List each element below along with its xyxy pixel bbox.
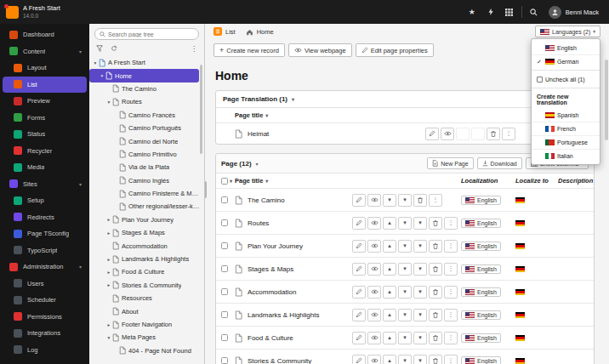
tree-chevron-icon[interactable]: ▾ bbox=[105, 100, 112, 105]
create-translation-portuguese[interactable]: ✓ Portuguese bbox=[532, 135, 600, 149]
app-brand[interactable]: A Fresh Start 14.0.0 bbox=[0, 5, 89, 19]
tree-item-via-de-la-plata[interactable]: Via de la Plata bbox=[89, 161, 204, 173]
collapse-caret-icon[interactable]: ▾ bbox=[292, 96, 294, 102]
delete-button[interactable] bbox=[429, 217, 442, 230]
tree-item-camino-franc-s[interactable]: Camino Francés bbox=[89, 109, 204, 122]
row-checkbox[interactable] bbox=[221, 265, 228, 272]
row-checkbox[interactable] bbox=[221, 311, 228, 318]
module-item-typoscript[interactable]: TypoScript bbox=[3, 242, 87, 259]
module-item-integrations[interactable]: Integrations bbox=[3, 325, 87, 342]
select-caret-icon[interactable]: ▾ bbox=[230, 178, 232, 184]
edit-page-properties-button[interactable]: Edit page properties bbox=[356, 43, 434, 57]
more-options-button[interactable]: ⋮ bbox=[444, 217, 458, 230]
module-item-page-tsconfig[interactable]: Page TSconfig bbox=[3, 225, 87, 242]
hide-button[interactable] bbox=[367, 194, 381, 207]
module-item-recycler[interactable]: Recycler bbox=[3, 143, 87, 160]
user-name[interactable]: Benni Mack bbox=[566, 9, 599, 16]
localize-german-button[interactable] bbox=[515, 266, 525, 272]
module-item-layout[interactable]: Layout bbox=[3, 60, 87, 77]
tree-item-accommodation[interactable]: Accommodation bbox=[89, 239, 204, 252]
module-item-content[interactable]: Content ▾ bbox=[3, 43, 87, 60]
delete-button[interactable] bbox=[429, 240, 442, 253]
tree-search-input[interactable] bbox=[108, 31, 194, 37]
delete-button[interactable] bbox=[429, 309, 442, 321]
module-item-forms[interactable]: Forms bbox=[3, 110, 87, 127]
breadcrumb-module[interactable]: List bbox=[225, 28, 236, 36]
module-item-sites[interactable]: Sites ▾ bbox=[3, 176, 87, 193]
tree-item-camino-finisterre-mux-a[interactable]: Camino Finisterre & Muxía bbox=[89, 187, 204, 200]
tree-item-resources[interactable]: Resources bbox=[89, 292, 204, 304]
new-page-button[interactable]: New Page bbox=[427, 157, 473, 169]
hide-button[interactable] bbox=[367, 263, 381, 276]
delete-button[interactable] bbox=[429, 263, 442, 276]
translation-col-page-title[interactable]: Page title bbox=[235, 111, 263, 119]
module-item-permissions[interactable]: Permissions bbox=[3, 309, 87, 326]
edit-button[interactable] bbox=[352, 332, 366, 344]
tree-chevron-icon[interactable]: ▸ bbox=[105, 282, 112, 287]
hide-button[interactable] bbox=[367, 286, 381, 299]
row-checkbox[interactable] bbox=[221, 219, 228, 226]
move-down-button[interactable]: ▾ bbox=[398, 240, 412, 253]
tree-item-a-fresh-start[interactable]: ▾ A Fresh Start bbox=[89, 56, 204, 69]
row-checkbox[interactable] bbox=[221, 357, 228, 364]
move-down-button[interactable]: ▾ bbox=[398, 286, 412, 299]
move-up-button[interactable]: ▴ bbox=[383, 332, 396, 344]
tree-item-the-camino[interactable]: The Camino bbox=[89, 82, 204, 95]
page-title-cell[interactable]: Landmarks & Highlights bbox=[248, 311, 352, 319]
expand-options-button[interactable]: ▾ bbox=[413, 240, 427, 253]
breadcrumb-page[interactable]: Home bbox=[257, 28, 274, 36]
row-checkbox[interactable] bbox=[221, 334, 228, 341]
tree-more-options-icon[interactable]: ⋮ bbox=[191, 45, 197, 53]
more-options-button[interactable]: ⋮ bbox=[444, 286, 458, 299]
tree-chevron-icon[interactable]: ▾ bbox=[105, 335, 112, 340]
more-options-button[interactable]: ⋮ bbox=[444, 355, 458, 364]
module-item-status[interactable]: Status bbox=[3, 126, 87, 143]
modules-grid-icon[interactable] bbox=[500, 0, 519, 24]
delete-button[interactable] bbox=[429, 332, 442, 344]
page-title-cell[interactable]: Stages & Maps bbox=[248, 265, 352, 273]
pages-panel-title[interactable]: Page (12) bbox=[221, 160, 252, 168]
module-item-log[interactable]: Log bbox=[3, 342, 87, 359]
create-record-button[interactable]: + Create new record bbox=[213, 43, 285, 57]
edit-button[interactable] bbox=[352, 286, 366, 299]
tree-item-stages-maps[interactable]: ▸ Stages & Maps bbox=[89, 226, 204, 239]
language-option-german[interactable]: ✓ German bbox=[532, 54, 600, 68]
refresh-icon[interactable] bbox=[111, 45, 117, 52]
hide-button[interactable] bbox=[367, 355, 381, 364]
hide-button[interactable] bbox=[367, 240, 381, 253]
move-down-button[interactable]: ▾ bbox=[398, 332, 412, 344]
tree-item-routes[interactable]: ▾ Routes bbox=[89, 95, 204, 108]
tree-chevron-icon[interactable]: ▸ bbox=[105, 270, 112, 275]
hide-button[interactable] bbox=[367, 332, 381, 344]
expand-options-button[interactable]: ▾ bbox=[413, 263, 427, 276]
delete-button[interactable] bbox=[429, 355, 442, 364]
move-up-button[interactable]: ▴ bbox=[383, 309, 396, 321]
hide-button[interactable] bbox=[367, 309, 381, 321]
more-options-button[interactable]: ⋮ bbox=[444, 263, 458, 276]
localize-german-button[interactable] bbox=[515, 220, 525, 226]
bolt-icon[interactable] bbox=[481, 0, 500, 24]
tree-item-camino-primitivo[interactable]: Camino Primitivo bbox=[89, 148, 204, 161]
page-title-cell[interactable]: Plan Your Journey bbox=[248, 242, 352, 250]
localize-german-button[interactable] bbox=[515, 312, 525, 318]
tree-chevron-icon[interactable]: ▾ bbox=[99, 73, 105, 78]
tree-item-food-culture[interactable]: ▸ Food & Culture bbox=[89, 265, 204, 278]
move-up-button[interactable]: ▴ bbox=[383, 240, 396, 253]
row-checkbox[interactable] bbox=[221, 196, 228, 203]
expand-options-button[interactable]: ▾ bbox=[413, 286, 427, 299]
tree-item-meta-pages[interactable]: ▾ Meta Pages bbox=[89, 331, 204, 344]
delete-button[interactable] bbox=[487, 128, 500, 140]
module-item-media[interactable]: Media bbox=[3, 159, 87, 176]
more-options-button[interactable]: ⋮ bbox=[444, 309, 458, 321]
page-title-cell[interactable]: The Camino bbox=[248, 196, 352, 204]
row-checkbox[interactable] bbox=[221, 242, 228, 249]
hide-button[interactable] bbox=[441, 128, 454, 140]
move-up-button[interactable]: ▴ bbox=[383, 217, 396, 230]
search-icon[interactable] bbox=[525, 0, 544, 24]
move-down-button[interactable]: ▾ bbox=[398, 309, 412, 321]
expand-options-button[interactable]: ▾ bbox=[398, 194, 412, 207]
pages-col-page-title[interactable]: Page title bbox=[235, 177, 263, 185]
expand-options-button[interactable]: ▾ bbox=[413, 217, 427, 230]
translation-title-cell[interactable]: Heimat bbox=[248, 130, 425, 138]
language-option-english[interactable]: ✓ English bbox=[532, 41, 600, 54]
